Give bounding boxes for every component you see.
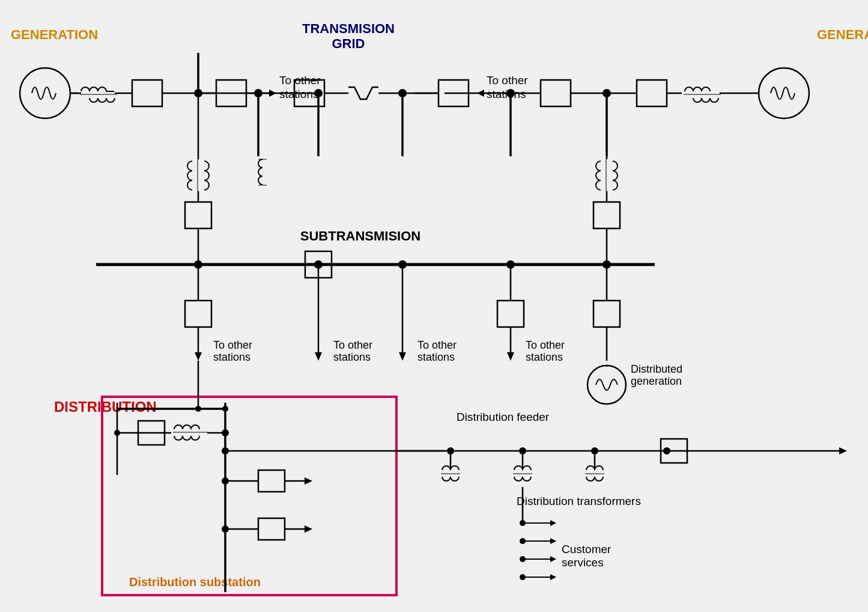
svg-point-121 <box>663 447 670 454</box>
to-other-stations-3b: stations <box>213 351 250 363</box>
to-other-stations-label-2b: stations <box>487 88 526 100</box>
generation-left-label: GENERATION <box>11 27 98 42</box>
distributed-generation-label2: generation <box>631 375 682 387</box>
svg-point-144 <box>222 447 229 454</box>
svg-point-20 <box>254 89 263 97</box>
distribution-label: DISTRIBUTION <box>54 399 157 415</box>
distribution-substation-label: Distribution substation <box>129 575 261 589</box>
transmission-grid-label2: GRID <box>332 36 365 51</box>
svg-point-23 <box>314 89 323 97</box>
distribution-feeder-label: Distribution feeder <box>457 411 550 423</box>
to-other-stations-4b: stations <box>333 351 371 363</box>
to-other-stations-6: To other <box>526 339 565 351</box>
customer-services-label2: services <box>562 556 604 569</box>
distribution-transformers-label: Distribution transformers <box>517 495 641 507</box>
to-other-stations-5: To other <box>417 339 457 351</box>
to-other-stations-label-1b: stations <box>279 88 318 100</box>
subtransmission-label: SUBTRANSMISION <box>300 228 420 243</box>
svg-point-102 <box>114 430 120 436</box>
distributed-generation-label: Distributed <box>631 363 682 375</box>
to-other-stations-label-2: To other <box>487 74 528 87</box>
svg-point-115 <box>222 406 228 412</box>
transmission-grid-label: TRANSMISION <box>302 21 395 36</box>
to-other-stations-3: To other <box>213 339 252 351</box>
customer-services-label: Customer <box>562 543 612 555</box>
to-other-stations-5b: stations <box>417 351 455 363</box>
to-other-stations-6b: stations <box>526 351 563 363</box>
generation-right-label: GENERATION <box>817 27 868 42</box>
to-other-stations-4: To other <box>333 339 372 351</box>
